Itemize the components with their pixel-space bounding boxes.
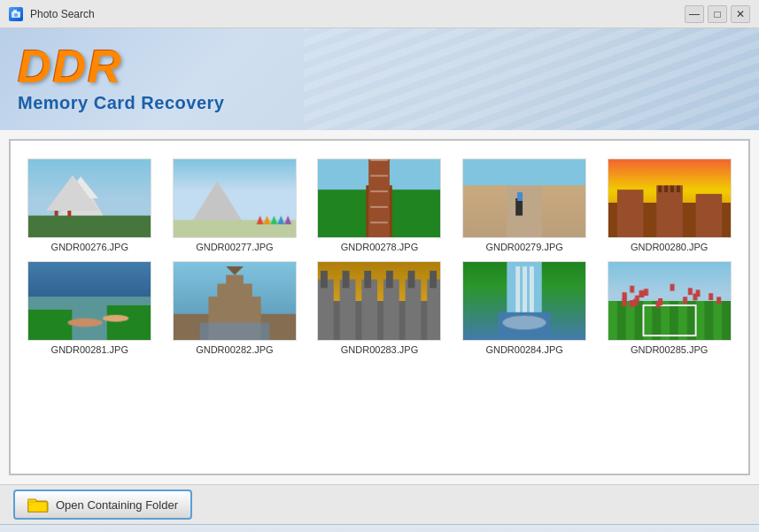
title-bar: Photo Search — □ ✕ — [0, 0, 759, 28]
photo-grid-container[interactable]: GNDR00276.JPGGNDR00277.JPGGNDR00278.JPGG… — [9, 139, 750, 475]
header-bg-decoration — [304, 28, 759, 130]
photo-label-283: GNDR00283.JPG — [341, 344, 418, 355]
window-title: Photo Search — [30, 8, 95, 20]
photo-item-276[interactable]: GNDR00276.JPG — [24, 158, 156, 252]
photo-label-278: GNDR00278.JPG — [341, 242, 418, 252]
svg-rect-1 — [13, 10, 17, 12]
photo-item-279[interactable]: GNDR00279.JPG — [459, 158, 591, 252]
photo-thumb-280 — [608, 158, 732, 238]
photo-canvas-281 — [28, 262, 151, 340]
app-header: DDR Memory Card Recovery — [0, 28, 759, 130]
folder-icon — [27, 497, 49, 513]
photo-canvas-279 — [463, 159, 585, 237]
photo-label-285: GNDR00285.JPG — [631, 344, 708, 355]
app-icon — [9, 7, 23, 21]
folder-button-label: Open Containing Folder — [56, 498, 178, 512]
photo-item-284[interactable]: GNDR00284.JPG — [459, 261, 591, 355]
photo-canvas-277 — [174, 159, 296, 237]
photo-label-281: GNDR00281.JPG — [51, 344, 128, 355]
photo-canvas-278 — [318, 159, 440, 237]
minimize-button[interactable]: — — [685, 5, 704, 23]
photo-canvas-282 — [174, 262, 296, 340]
photo-item-281[interactable]: GNDR00281.JPG — [24, 261, 156, 355]
photo-thumb-283 — [317, 261, 441, 341]
photo-label-276: GNDR00276.JPG — [51, 242, 128, 252]
photo-canvas-285 — [608, 262, 731, 340]
photo-canvas-280 — [608, 159, 731, 237]
photo-thumb-279 — [462, 158, 586, 238]
photo-label-279: GNDR00279.JPG — [485, 242, 562, 252]
svg-rect-5 — [28, 502, 47, 512]
main-content: GNDR00276.JPGGNDR00277.JPGGNDR00278.JPGG… — [0, 130, 759, 484]
photo-thumb-285 — [608, 261, 732, 341]
photo-thumb-276 — [27, 158, 151, 238]
photo-canvas-276 — [28, 159, 151, 237]
photo-label-277: GNDR00277.JPG — [196, 242, 273, 252]
photo-item-283[interactable]: GNDR00283.JPG — [314, 261, 445, 355]
photo-grid: GNDR00276.JPGGNDR00277.JPGGNDR00278.JPGG… — [19, 154, 740, 359]
photo-item-280[interactable]: GNDR00280.JPG — [603, 158, 735, 252]
title-bar-left: Photo Search — [9, 7, 95, 21]
svg-point-2 — [14, 13, 18, 17]
photo-item-285[interactable]: GNDR00285.JPG — [603, 261, 735, 355]
photo-canvas-283 — [318, 262, 440, 340]
window-controls: — □ ✕ — [685, 5, 750, 23]
photo-item-282[interactable]: GNDR00282.JPG — [169, 261, 301, 355]
photo-thumb-278 — [317, 158, 441, 238]
status-bar: i To view the recovered Data, please cli… — [0, 524, 759, 532]
photo-label-282: GNDR00282.JPG — [196, 344, 273, 355]
bottom-toolbar: Open Containing Folder — [0, 484, 759, 524]
open-folder-button[interactable]: Open Containing Folder — [13, 490, 192, 520]
photo-thumb-281 — [27, 261, 151, 341]
maximize-button[interactable]: □ — [708, 5, 727, 23]
photo-thumb-277 — [173, 158, 297, 238]
photo-canvas-284 — [463, 262, 585, 340]
photo-item-277[interactable]: GNDR00277.JPG — [169, 158, 301, 252]
photo-item-278[interactable]: GNDR00278.JPG — [314, 158, 445, 252]
photo-label-284: GNDR00284.JPG — [485, 344, 562, 355]
close-button[interactable]: ✕ — [731, 5, 750, 23]
photo-label-280: GNDR00280.JPG — [631, 242, 708, 252]
photo-thumb-284 — [462, 261, 586, 341]
photo-thumb-282 — [173, 261, 297, 341]
